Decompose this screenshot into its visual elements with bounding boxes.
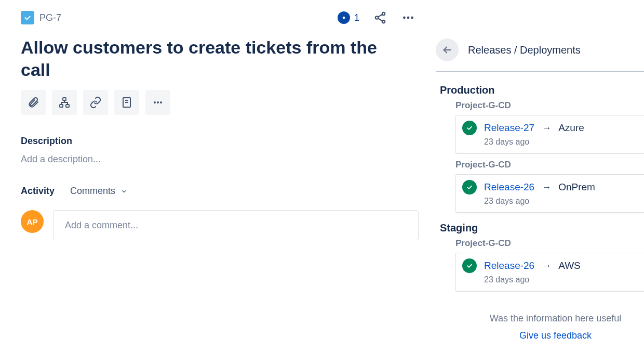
activity-filter-label: Comments	[70, 186, 115, 197]
panel-title: Releases / Deployments	[468, 44, 581, 56]
task-type-icon	[21, 11, 34, 24]
svg-point-15	[154, 101, 156, 103]
eye-icon	[338, 11, 350, 24]
arrow-left-icon	[441, 44, 453, 56]
chevron-down-icon	[120, 188, 128, 195]
group-name: Production	[436, 81, 644, 98]
add-child-button[interactable]	[52, 90, 77, 115]
watch-count: 1	[354, 12, 359, 23]
watch-button[interactable]: 1	[338, 11, 359, 24]
release-card[interactable]: Release-27 → Azure 23 days ago	[455, 115, 644, 153]
project-name: Project-G-CD	[436, 98, 644, 115]
svg-rect-11	[66, 105, 69, 107]
attach-button[interactable]	[21, 90, 46, 115]
status-success-icon	[462, 258, 477, 273]
svg-rect-9	[63, 98, 66, 100]
share-button[interactable]	[373, 10, 387, 25]
release-group: Production Project-G-CD Release-27 → Azu…	[436, 81, 644, 213]
link-button[interactable]	[83, 90, 108, 115]
release-target: AWS	[558, 260, 581, 271]
svg-point-6	[403, 17, 406, 19]
description-label: Description	[21, 136, 419, 147]
group-name: Staging	[436, 219, 644, 236]
release-name-link[interactable]: Release-26	[484, 260, 534, 271]
svg-line-5	[378, 18, 383, 21]
feedback-question: Was the information here useful	[467, 313, 644, 324]
comment-input[interactable]	[53, 210, 419, 240]
release-time: 23 days ago	[484, 197, 636, 206]
svg-point-7	[407, 17, 410, 19]
svg-line-4	[378, 15, 383, 17]
release-time: 23 days ago	[484, 275, 636, 284]
svg-point-0	[343, 17, 345, 19]
release-target: Azure	[558, 122, 584, 134]
feedback-link[interactable]: Give us feedback	[467, 330, 644, 341]
project-name: Project-G-CD	[436, 158, 644, 174]
description-field[interactable]: Add a description...	[21, 154, 419, 165]
issue-title[interactable]: Allow customers to create tickets from t…	[21, 36, 384, 81]
activity-label: Activity	[21, 186, 55, 197]
release-name-link[interactable]: Release-26	[484, 182, 534, 193]
release-target: OnPrem	[558, 182, 595, 193]
svg-point-16	[157, 101, 159, 103]
arrow-right-icon: →	[542, 182, 551, 193]
more-actions-button[interactable]	[401, 10, 415, 25]
activity-filter-dropdown[interactable]: Comments	[70, 186, 128, 197]
issue-key-text: PG-7	[39, 12, 61, 23]
status-success-icon	[462, 180, 477, 195]
release-card[interactable]: Release-26 → AWS 23 days ago	[455, 253, 644, 291]
svg-rect-10	[60, 105, 63, 107]
project-name: Project-G-CD	[436, 236, 644, 253]
back-button[interactable]	[436, 38, 459, 61]
svg-point-8	[411, 17, 413, 19]
release-card[interactable]: Release-26 → OnPrem 23 days ago	[455, 174, 644, 213]
toolbar-more-button[interactable]	[145, 90, 170, 115]
issue-key[interactable]: PG-7	[21, 11, 61, 24]
release-name-link[interactable]: Release-27	[484, 122, 534, 134]
release-time: 23 days ago	[484, 137, 636, 147]
arrow-right-icon: →	[542, 261, 551, 271]
arrow-right-icon: →	[542, 123, 551, 134]
status-success-icon	[462, 121, 477, 135]
page-button[interactable]	[114, 90, 139, 115]
avatar[interactable]: AP	[21, 210, 44, 233]
svg-point-17	[160, 101, 162, 103]
release-group: Staging Project-G-CD Release-26 → AWS 23…	[436, 219, 644, 291]
